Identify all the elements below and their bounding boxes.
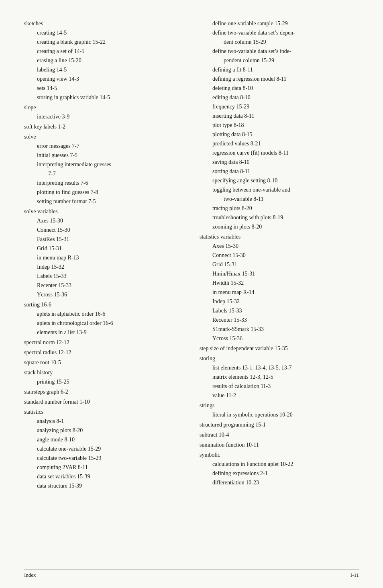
list-item: strings: [200, 401, 359, 410]
list-item: troubleshooting with plots 8-19: [200, 213, 359, 222]
list-item: stack history: [24, 368, 183, 377]
list-item: Connect 15-30: [24, 226, 183, 234]
list-item: setting number format 7-5: [24, 197, 183, 206]
list-item: frequency 15-29: [200, 102, 359, 111]
list-item: literal in symbolic operations 10-20: [200, 410, 359, 419]
list-item: regression curve (fit) models 8-11: [200, 149, 359, 157]
list-item: Ycross 15-36: [200, 334, 359, 343]
list-item: Axes 15-30: [200, 242, 359, 250]
list-item: interpreting results 7-6: [24, 179, 183, 187]
list-item: value 11-2: [200, 391, 359, 400]
list-item: stairsteps graph 6-2: [24, 388, 183, 396]
list-item: Grid 15-31: [24, 244, 183, 253]
list-item: aplets in chronological order 16-6: [24, 319, 183, 327]
list-item: data structure 15-39: [24, 482, 183, 490]
list-item: Connect 15-30: [200, 251, 359, 259]
list-item: square root 10-5: [24, 358, 183, 367]
right-column: define one-variable sample 15-29define t…: [200, 19, 359, 491]
page: sketchescreating 14-5creating a blank gr…: [0, 0, 383, 588]
list-item: dent column 15-29: [200, 38, 359, 46]
list-item: Labels 15-33: [24, 272, 183, 280]
list-item: pendent column 15-29: [200, 56, 359, 65]
list-item: erasing a line 15-20: [24, 56, 183, 65]
list-item: symbolic: [200, 451, 359, 459]
list-item: analysis 8-1: [24, 417, 183, 425]
list-item: define two-variable data set’s depen-: [200, 29, 359, 37]
list-item: matrix elements 12-3, 12-5: [200, 373, 359, 381]
list-item: creating a set of 14-5: [24, 47, 183, 55]
list-item: defining a regression model 8-11: [200, 75, 359, 83]
list-item: spectral radius 12-12: [24, 348, 183, 357]
list-item: creating 14-5: [24, 29, 183, 37]
list-item: spectral norm 12-12: [24, 338, 183, 347]
content-columns: sketchescreating 14-5creating a blank gr…: [24, 19, 359, 491]
list-item: statistics: [24, 408, 183, 416]
list-item: in menu map R-14: [200, 288, 359, 296]
list-item: creating a blank graphic 15-22: [24, 38, 183, 46]
list-item: statistics variables: [200, 233, 359, 241]
list-item: deleting data 8-10: [200, 84, 359, 92]
list-item: editing data 8-10: [200, 93, 359, 102]
list-item: 7-7: [24, 169, 183, 178]
list-item: solve: [24, 133, 183, 141]
list-item: summation function 10-11: [200, 441, 359, 449]
list-item: sorting 16-6: [24, 300, 183, 309]
left-column: sketchescreating 14-5creating a blank gr…: [24, 19, 183, 491]
list-item: Indep 15-32: [24, 263, 183, 271]
list-item: Indep 15-32: [200, 297, 359, 306]
list-item: zooming in plots 8-20: [200, 223, 359, 231]
list-item: interactive 3-9: [24, 112, 183, 121]
list-item: aplets in alphabetic order 16-6: [24, 310, 183, 318]
list-item: solve variables: [24, 207, 183, 216]
list-item: Hmin/Hmax 15-31: [200, 270, 359, 278]
list-item: data set variables 15-39: [24, 472, 183, 481]
footer-page-number: I-11: [350, 572, 359, 578]
footer-label: Index: [24, 572, 36, 578]
list-item: defining expressions 2-1: [200, 469, 359, 478]
list-item: in menu map R-13: [24, 253, 183, 262]
page-footer: Index I-11: [24, 569, 359, 578]
list-item: step size of independent variable 15-35: [200, 344, 359, 353]
list-item: plotting data 8-15: [200, 130, 359, 139]
list-item: plotting to find guesses 7-8: [24, 188, 183, 196]
list-item: Recenter 15-33: [24, 281, 183, 290]
list-item: differentiation 10-23: [200, 478, 359, 487]
list-item: two-variable 8-11: [200, 195, 359, 203]
list-item: defining a fit 8-11: [200, 65, 359, 74]
list-item: define one-variable sample 15-29: [200, 19, 359, 28]
list-item: storing: [200, 354, 359, 363]
list-item: Grid 15-31: [200, 260, 359, 269]
list-item: standard number format 1-10: [24, 398, 183, 406]
list-item: results of calculation 11-3: [200, 382, 359, 390]
list-item: define two-variable data set’s inde-: [200, 47, 359, 55]
list-item: saving data 8-10: [200, 158, 359, 166]
list-item: sorting data 8-11: [200, 167, 359, 176]
list-item: storing in graphics variable 14-5: [24, 93, 183, 102]
list-item: Hwidth 15-32: [200, 279, 359, 287]
list-item: Recenter 15-33: [200, 316, 359, 324]
list-item: angle mode 8-10: [24, 435, 183, 444]
list-item: toggling between one-variable and: [200, 186, 359, 194]
list-item: slope: [24, 103, 183, 112]
list-item: computing 2VAR 8-11: [24, 463, 183, 472]
list-item: calculate two-variable 15-29: [24, 454, 183, 462]
list-item: Ycross 15-36: [24, 290, 183, 299]
list-item: Axes 15-30: [24, 216, 183, 225]
list-item: soft key labels 1-2: [24, 122, 183, 131]
list-item: structured programming 15-1: [200, 421, 359, 429]
list-item: calculate one-variable 15-29: [24, 445, 183, 453]
list-item: printing 15-25: [24, 378, 183, 386]
list-item: tracing plots 8-20: [200, 204, 359, 212]
list-item: plot type 8-18: [200, 121, 359, 129]
list-item: subtract 10-4: [200, 431, 359, 439]
list-item: analyzing plots 8-20: [24, 426, 183, 435]
list-item: Labels 15-33: [200, 306, 359, 315]
list-item: labeling 14-5: [24, 65, 183, 74]
list-item: initial guesses 7-5: [24, 151, 183, 159]
list-item: FastRes 15-31: [24, 235, 183, 243]
list-item: sets 14-5: [24, 84, 183, 92]
list-item: sketches: [24, 19, 183, 28]
list-item: elements in a list 13-9: [24, 328, 183, 337]
list-item: predicted values 8-21: [200, 139, 359, 148]
list-item: calculations in Function aplet 10-22: [200, 460, 359, 468]
